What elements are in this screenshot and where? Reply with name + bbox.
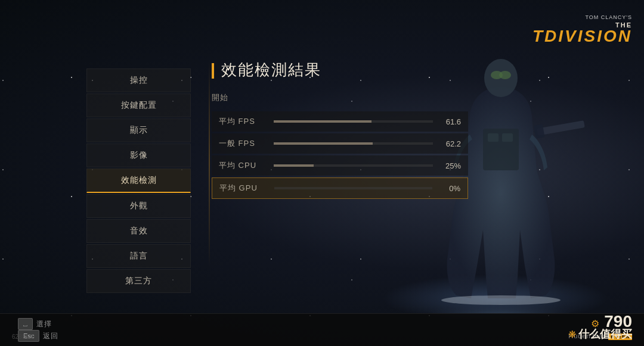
result-bar-avg-cpu <box>274 164 314 167</box>
result-row-avg-fps: 平均 FPS61.6 <box>212 111 468 132</box>
sidebar-item-appearance[interactable]: 外觀 <box>86 194 191 218</box>
key-badge: ⎵ <box>18 318 33 330</box>
result-bar-gen-fps <box>274 142 373 145</box>
sidebar-item-display[interactable]: 顯示 <box>86 119 191 142</box>
result-row-avg-gpu: 平均 GPU0% <box>212 177 468 199</box>
bottom-bar: ⎵選擇Esc返回 <box>0 313 644 346</box>
sidebar-item-audio[interactable]: 音效 <box>86 219 191 243</box>
sidebar-item-graphics[interactable]: 影像 <box>86 144 191 167</box>
result-bar-container-gen-fps <box>274 142 433 145</box>
key-label: 選擇 <box>36 319 52 329</box>
bottom-control-選擇: ⎵選擇 <box>18 318 58 330</box>
logo-division: TDIVISION <box>532 29 632 43</box>
result-bar-container-avg-cpu <box>274 164 433 167</box>
result-bar-container-avg-gpu <box>274 187 432 189</box>
sidebar-item-controls[interactable]: 操控 <box>86 68 191 92</box>
result-row-gen-fps: 一般 FPS62.2 <box>212 133 468 154</box>
result-label-avg-cpu: 平均 CPU <box>219 160 267 171</box>
result-value-avg-gpu: 0% <box>439 184 460 193</box>
svg-rect-5 <box>534 124 545 138</box>
result-row-avg-cpu: 平均 CPU25% <box>212 155 468 176</box>
bottom-left-id: 6288439 <box>12 333 35 340</box>
watermark-text: 什么值得买 <box>578 327 632 341</box>
svg-rect-7 <box>488 133 499 142</box>
sidebar-item-language[interactable]: 語言 <box>86 244 191 268</box>
panel-title: 效能檢測結果 <box>212 60 468 80</box>
results-container: 平均 FPS61.6一般 FPS62.2平均 CPU25%平均 GPU0% <box>212 111 468 199</box>
sidebar-item-thirdparty[interactable]: 第三方 <box>86 269 191 293</box>
result-bar-container-avg-fps <box>274 120 433 123</box>
svg-point-9 <box>441 295 561 305</box>
section-label: 開始 <box>212 92 468 103</box>
result-value-avg-cpu: 25% <box>440 161 461 170</box>
main-panel: 效能檢測結果 開始 平均 FPS61.6一般 FPS62.2平均 CPU25%平… <box>212 60 468 201</box>
sidebar: 操控按鍵配置顯示影像效能檢測外觀音效語言第三方 <box>86 68 191 294</box>
watermark-icon: ❋ <box>568 329 576 340</box>
result-label-gen-fps: 一般 FPS <box>219 138 267 149</box>
result-label-avg-fps: 平均 FPS <box>219 116 267 127</box>
watermark-container: ❋ 什么值得买 <box>568 327 632 341</box>
game-logo: TOM CLANCY'S THE TDIVISION <box>532 11 632 43</box>
sidebar-item-benchmark[interactable]: 效能檢測 <box>86 169 191 193</box>
svg-point-1 <box>484 59 518 97</box>
result-value-avg-fps: 61.6 <box>440 117 461 126</box>
svg-point-3 <box>499 71 511 79</box>
svg-rect-8 <box>502 133 513 142</box>
sidebar-item-keybindings[interactable]: 按鍵配置 <box>86 93 191 117</box>
panel-divider <box>209 60 210 268</box>
key-label: 返回 <box>43 331 58 341</box>
result-bar-avg-fps <box>274 120 371 123</box>
logo-tom-clancy: TOM CLANCY'S <box>585 14 632 20</box>
result-value-gen-fps: 62.2 <box>440 139 461 148</box>
result-label-avg-gpu: 平均 GPU <box>219 183 267 194</box>
